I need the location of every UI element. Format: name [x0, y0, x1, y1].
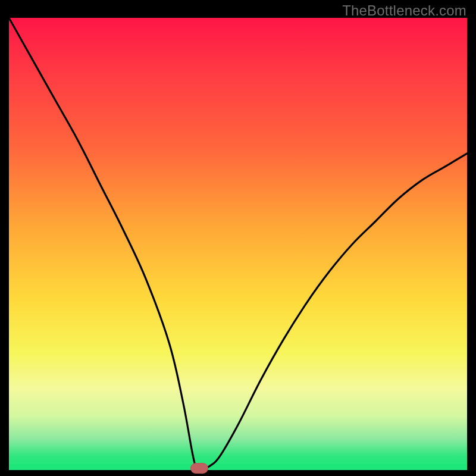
chart-gradient-background: [9, 18, 467, 470]
chart-baseline: [9, 464, 467, 470]
watermark-text: TheBottleneck.com: [342, 2, 466, 19]
chart-frame: [9, 18, 467, 470]
minimum-marker: [190, 463, 208, 474]
